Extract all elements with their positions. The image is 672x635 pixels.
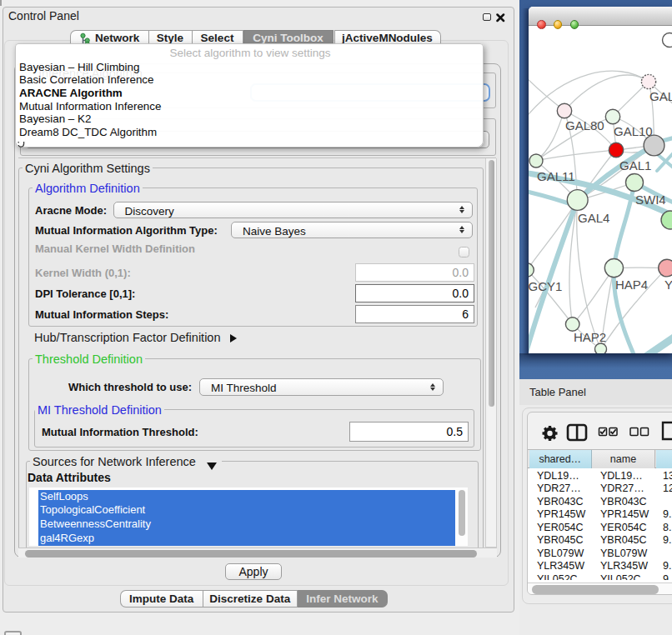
svg-text:HAP4: HAP4 [615,278,648,292]
svg-text:SWI4: SWI4 [635,192,666,207]
svg-text:GAL4: GAL4 [578,211,609,225]
svg-text:GAL1: GAL1 [619,158,651,172]
svg-text:HAP2: HAP2 [574,330,606,344]
svg-text:GAL10: GAL10 [614,124,653,138]
svg-text:GAL2: GAL2 [649,89,672,103]
svg-text:GCY1: GCY1 [529,279,562,293]
svg-text:GAL11: GAL11 [537,169,575,183]
svg-text:Y: Y [664,278,672,292]
svg-text:GAL80: GAL80 [565,118,604,132]
